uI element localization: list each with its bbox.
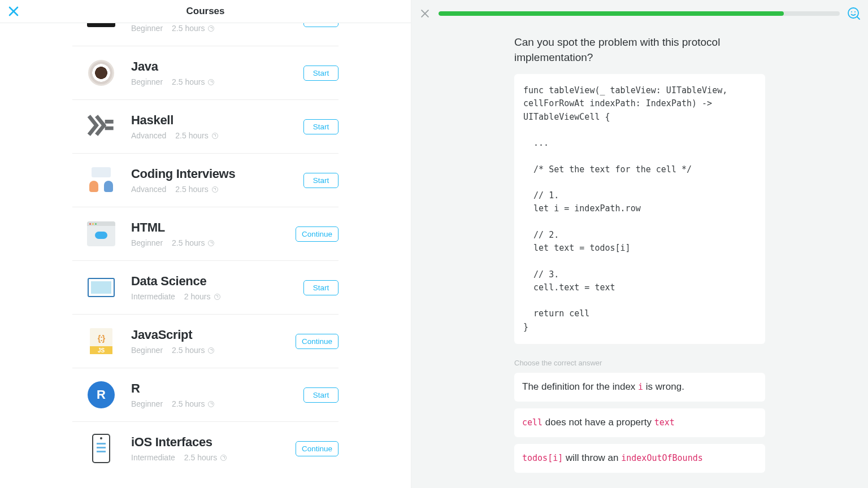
- javascript-icon: {:}: [87, 327, 115, 355]
- course-title: JavaScript: [131, 328, 289, 342]
- start-button[interactable]: Start: [303, 387, 338, 403]
- clock-icon: [208, 79, 214, 85]
- answer-text: is wrong.: [643, 381, 684, 392]
- close-icon[interactable]: [7, 5, 20, 18]
- progress-fill: [439, 11, 784, 16]
- haskell-icon: [87, 112, 115, 141]
- course-body: Data Science Intermediate 2 hours: [131, 274, 297, 301]
- course-body: Swift Beginner 2.5 hours: [131, 23, 297, 33]
- hint-icon[interactable]: [847, 6, 861, 21]
- svg-point-5: [851, 11, 852, 12]
- clock-icon: [208, 347, 214, 354]
- course-title: iOS Interfaces: [131, 435, 289, 450]
- course-meta: Beginner 2.5 hours: [131, 77, 297, 86]
- start-button[interactable]: Start: [303, 280, 338, 295]
- course-duration: 2 hours: [184, 292, 220, 301]
- quiz-body[interactable]: Can you spot the problem with this proto…: [411, 27, 868, 488]
- start-button[interactable]: Start: [303, 119, 338, 134]
- course-level: Beginner: [131, 346, 163, 355]
- ios-icon: [87, 434, 115, 463]
- course-title: Java: [131, 59, 297, 74]
- course-row[interactable]: iOS Interfaces Intermediate 2.5 hours Co…: [72, 422, 338, 475]
- course-row[interactable]: Java Beginner 2.5 hours Start: [72, 46, 338, 100]
- continue-button[interactable]: Continue: [296, 334, 338, 349]
- clock-icon: [208, 401, 214, 407]
- svg-point-4: [848, 8, 858, 18]
- course-duration: 2.5 hours: [172, 238, 214, 247]
- course-meta: Intermediate 2.5 hours: [131, 453, 289, 462]
- start-button[interactable]: Start: [303, 66, 338, 81]
- course-body: R Beginner 2.5 hours: [131, 381, 297, 408]
- clock-icon: [212, 133, 218, 139]
- course-level: Advanced: [131, 131, 166, 140]
- course-row[interactable]: HTML Beginner 2.5 hours Continue: [72, 207, 338, 261]
- data-science-icon: [87, 273, 115, 302]
- course-body: HTML Beginner 2.5 hours: [131, 220, 289, 247]
- course-meta: Beginner 2.5 hours: [131, 238, 289, 247]
- quiz-pane: Can you spot the problem with this proto…: [411, 0, 868, 488]
- start-button[interactable]: Start: [303, 23, 338, 27]
- page-title: Courses: [0, 6, 411, 17]
- answer-option[interactable]: The definition for the index i is wrong.: [514, 373, 765, 402]
- course-duration: 2.5 hours: [172, 399, 214, 408]
- course-title: Haskell: [131, 113, 297, 128]
- course-row[interactable]: R R Beginner 2.5 hours Start: [72, 368, 338, 422]
- r-icon: R: [87, 381, 115, 409]
- course-row[interactable]: Data Science Intermediate 2 hours Start: [72, 261, 338, 315]
- course-meta: Beginner 2.5 hours: [131, 399, 297, 408]
- continue-button[interactable]: Continue: [296, 226, 338, 242]
- course-list: Swift Beginner 2.5 hours Start Java Begi…: [0, 23, 411, 475]
- close-icon[interactable]: [418, 7, 432, 20]
- swift-icon: [87, 23, 115, 33]
- course-level: Intermediate: [131, 453, 175, 462]
- answer-code: indexOutOfBounds: [621, 453, 703, 463]
- clock-icon: [220, 455, 227, 461]
- java-icon: [87, 59, 115, 87]
- answer-text: will throw an: [563, 452, 621, 463]
- course-duration: 2.5 hours: [172, 346, 214, 355]
- course-duration: 2.5 hours: [172, 24, 214, 33]
- app-root: Courses Swift Beginner 2.5 hours Start: [0, 0, 868, 488]
- answer-option[interactable]: todos[i] will throw an indexOutOfBounds: [514, 444, 765, 473]
- answer-text: does not have a property: [542, 417, 654, 428]
- answer-option[interactable]: cell does not have a property text: [514, 408, 765, 437]
- continue-button[interactable]: Continue: [296, 441, 338, 456]
- course-level: Beginner: [131, 24, 163, 33]
- course-row[interactable]: {:} JavaScript Beginner 2.5 hours Contin…: [72, 315, 338, 368]
- html-icon: [87, 220, 115, 248]
- course-meta: Beginner 2.5 hours: [131, 24, 297, 33]
- course-body: Coding Interviews Advanced 2.5 hours: [131, 167, 297, 194]
- course-body: Haskell Advanced 2.5 hours: [131, 113, 297, 140]
- course-level: Intermediate: [131, 292, 175, 301]
- quiz-question: Can you spot the problem with this proto…: [514, 35, 765, 65]
- course-duration: 2.5 hours: [175, 185, 218, 194]
- answer-code: text: [654, 417, 675, 428]
- course-meta: Advanced 2.5 hours: [131, 185, 297, 194]
- course-meta: Intermediate 2 hours: [131, 292, 297, 301]
- course-body: iOS Interfaces Intermediate 2.5 hours: [131, 435, 289, 462]
- course-row[interactable]: Coding Interviews Advanced 2.5 hours Sta…: [72, 154, 338, 207]
- course-title: Coding Interviews: [131, 167, 297, 181]
- course-duration: 2.5 hours: [172, 77, 214, 86]
- course-row[interactable]: Swift Beginner 2.5 hours Start: [72, 23, 338, 46]
- course-duration: 2.5 hours: [184, 453, 227, 462]
- clock-icon: [208, 240, 214, 246]
- course-title: R: [131, 381, 297, 396]
- code-block: func tableView(_ tableView: UITableView,…: [514, 74, 765, 344]
- clock-icon: [212, 186, 218, 193]
- clock-icon: [214, 294, 220, 300]
- courses-pane: Courses Swift Beginner 2.5 hours Start: [0, 0, 411, 488]
- course-list-scroll[interactable]: Swift Beginner 2.5 hours Start Java Begi…: [0, 23, 411, 488]
- course-duration: 2.5 hours: [175, 131, 218, 140]
- progress-bar: [439, 11, 840, 16]
- course-body: Java Beginner 2.5 hours: [131, 59, 297, 86]
- start-button[interactable]: Start: [303, 173, 338, 188]
- course-level: Beginner: [131, 238, 163, 247]
- svg-point-6: [854, 11, 856, 12]
- course-body: JavaScript Beginner 2.5 hours: [131, 328, 289, 355]
- course-level: Beginner: [131, 77, 163, 86]
- quiz-header: [411, 0, 868, 27]
- course-row[interactable]: Haskell Advanced 2.5 hours Start: [72, 100, 338, 154]
- course-meta: Beginner 2.5 hours: [131, 346, 289, 355]
- answer-text: The definition for the index: [522, 381, 638, 392]
